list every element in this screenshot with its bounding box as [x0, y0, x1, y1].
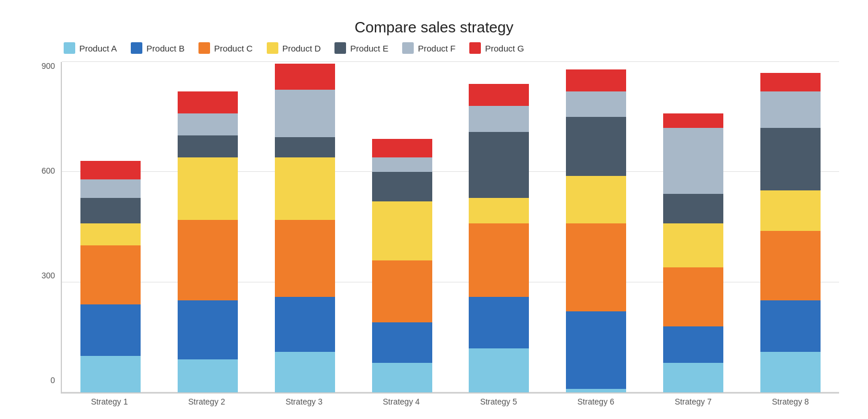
stacked-bar — [275, 64, 335, 392]
bar-group — [354, 62, 451, 392]
stacked-bar — [760, 73, 821, 392]
bar-segment — [760, 352, 821, 392]
y-axis-label: 0 — [50, 376, 55, 384]
legend-item: Product E — [334, 42, 388, 54]
y-axis-label: 900 — [42, 62, 55, 70]
x-axis-label: Strategy 1 — [61, 397, 158, 406]
bar-segment — [275, 220, 335, 297]
bar-segment — [566, 117, 626, 176]
bar-segment — [663, 194, 723, 223]
y-axis: 9006003000 — [29, 62, 61, 406]
bar-segment — [469, 198, 529, 223]
stacked-bar — [80, 161, 141, 392]
bar-segment — [80, 161, 141, 179]
legend-item: Product C — [198, 42, 253, 54]
legend-swatch — [334, 42, 346, 54]
legend-label: Product B — [146, 43, 185, 53]
bar-group — [256, 62, 354, 392]
bar-segment — [760, 128, 821, 190]
bar-segment — [178, 113, 238, 135]
chart-container: Compare sales strategy Product AProduct … — [12, 7, 856, 412]
x-axis-label: Strategy 2 — [158, 397, 255, 406]
bar-segment — [760, 91, 821, 128]
bar-segment — [80, 356, 141, 392]
x-axis-label: Strategy 6 — [547, 397, 645, 406]
legend-swatch — [131, 42, 142, 54]
bar-segment — [663, 128, 723, 194]
bar-segment — [178, 157, 238, 220]
bar-group — [451, 62, 548, 392]
bar-segment — [80, 304, 141, 356]
x-axis: Strategy 1Strategy 2Strategy 3Strategy 4… — [61, 394, 839, 406]
bar-segment — [178, 300, 238, 359]
legend-item: Product G — [469, 42, 524, 54]
legend-item: Product A — [64, 42, 117, 54]
legend-label: Product C — [214, 43, 253, 53]
bar-segment — [760, 190, 821, 231]
bar-segment — [80, 198, 141, 223]
bar-segment — [372, 363, 432, 392]
stacked-bar — [566, 69, 626, 392]
bar-group — [742, 62, 839, 392]
bar-segment — [275, 137, 335, 157]
legend-label: Product G — [485, 43, 524, 53]
bar-segment — [372, 157, 432, 172]
legend-label: Product D — [282, 43, 321, 53]
bar-segment — [275, 352, 335, 392]
bar-segment — [566, 389, 626, 392]
bar-segment — [80, 179, 141, 198]
bar-group — [159, 62, 256, 392]
x-axis-label: Strategy 7 — [645, 397, 742, 406]
legend-label: Product A — [79, 43, 117, 53]
bar-segment — [178, 135, 238, 157]
legend-label: Product F — [418, 43, 455, 53]
bar-segment — [372, 139, 432, 157]
legend-swatch — [402, 42, 414, 54]
stacked-bar — [372, 139, 432, 392]
bar-segment — [372, 172, 432, 201]
bar-segment — [760, 231, 821, 301]
bar-segment — [275, 90, 335, 137]
bar-segment — [663, 267, 723, 326]
bar-segment — [663, 326, 723, 363]
legend-swatch — [198, 42, 210, 54]
x-axis-label: Strategy 5 — [450, 397, 547, 406]
chart-legend: Product AProduct BProduct CProduct DProd… — [29, 42, 839, 54]
bar-segment — [469, 84, 529, 106]
chart-area: 9006003000 Strategy 1Strategy 2Strategy … — [29, 62, 839, 406]
y-axis-label: 300 — [42, 271, 55, 280]
legend-item: Product F — [402, 42, 455, 54]
bar-segment — [372, 322, 432, 363]
bar-segment — [760, 300, 821, 352]
bar-segment — [275, 64, 335, 89]
x-axis-label: Strategy 8 — [742, 397, 839, 406]
bar-segment — [663, 113, 723, 128]
chart-title: Compare sales strategy — [29, 19, 839, 36]
bar-segment — [663, 223, 723, 267]
stacked-bar — [469, 84, 529, 392]
bar-segment — [469, 132, 529, 198]
bar-segment — [275, 157, 335, 220]
x-axis-label: Strategy 4 — [352, 397, 450, 406]
bar-segment — [566, 311, 626, 388]
legend-label: Product E — [350, 43, 388, 53]
bar-segment — [469, 297, 529, 348]
y-axis-label: 600 — [42, 167, 55, 175]
bar-segment — [372, 201, 432, 260]
bar-segment — [372, 260, 432, 323]
x-axis-label: Strategy 3 — [255, 397, 352, 406]
bars-and-xaxis: Strategy 1Strategy 2Strategy 3Strategy 4… — [61, 62, 839, 406]
bar-segment — [566, 91, 626, 117]
bars-area — [61, 62, 839, 394]
bar-segment — [80, 223, 141, 245]
legend-swatch — [64, 42, 75, 54]
bar-segment — [566, 176, 626, 223]
bar-group — [645, 62, 742, 392]
bar-segment — [469, 223, 529, 297]
bar-segment — [663, 363, 723, 392]
bar-segment — [275, 297, 335, 352]
bar-segment — [760, 73, 821, 91]
legend-item: Product B — [131, 42, 185, 54]
legend-item: Product D — [267, 42, 321, 54]
bar-segment — [178, 91, 238, 113]
